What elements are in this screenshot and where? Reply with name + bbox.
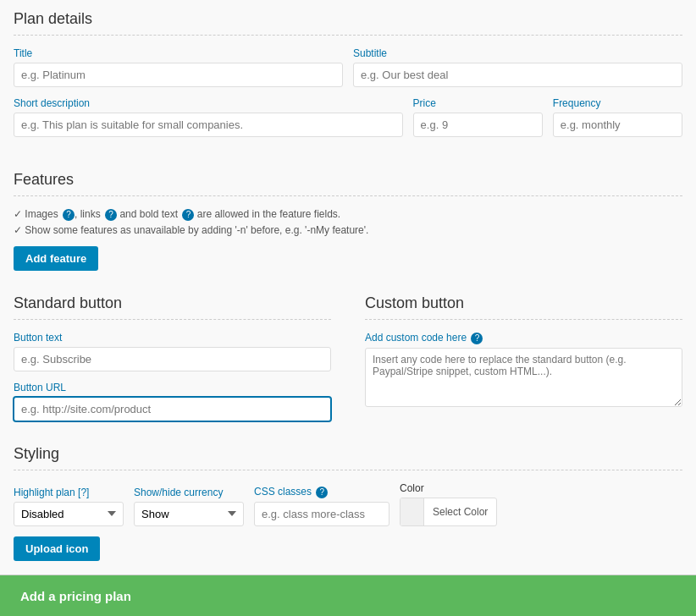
plan-details-section: Plan details Title Subtitle Short descri… — [0, 0, 696, 161]
custom-code-group: Add custom code here ? — [365, 332, 682, 407]
color-group: Color Select Color — [400, 482, 497, 526]
styling-controls-row: Highlight plan [?] Disabled Enabled Show… — [14, 482, 682, 526]
custom-code-textarea[interactable] — [365, 348, 682, 407]
price-label: Price — [413, 97, 543, 109]
css-classes-info-icon[interactable]: ? — [316, 487, 328, 498]
subtitle-label: Subtitle — [353, 47, 682, 59]
custom-code-info-icon[interactable]: ? — [471, 333, 483, 344]
short-desc-label: Short description — [14, 97, 403, 109]
footer-bar: Add a pricing plan — [0, 575, 696, 616]
short-desc-group: Short description — [14, 97, 403, 137]
title-subtitle-row: Title Subtitle — [14, 47, 682, 87]
add-pricing-plan-button[interactable]: Add a pricing plan — [0, 575, 696, 616]
color-picker-wrapper[interactable]: Select Color — [400, 498, 497, 526]
custom-button-col: Custom button Add custom code here ? — [348, 294, 682, 421]
checkmark-1: ✓ — [14, 208, 22, 220]
feature-note-2: ✓ Show some features as unavailable by a… — [14, 224, 682, 236]
frequency-input[interactable] — [553, 113, 682, 137]
button-text-input[interactable] — [14, 347, 331, 371]
features-notes: ✓ Images ?, links ? and bold text ? are … — [14, 208, 682, 236]
color-label: Color — [400, 482, 497, 494]
button-url-input[interactable] — [14, 397, 331, 421]
highlight-label: Highlight plan [?] — [14, 487, 124, 498]
desc-price-row: Short description Price Frequency — [14, 97, 682, 137]
price-input[interactable] — [413, 113, 543, 137]
links-info-icon[interactable]: ? — [105, 209, 117, 221]
standard-button-title: Standard button — [14, 294, 331, 312]
bold-info-icon[interactable]: ? — [182, 209, 194, 221]
css-classes-group: CSS classes ? — [254, 486, 389, 526]
short-desc-input[interactable] — [14, 113, 403, 137]
subtitle-input[interactable] — [353, 63, 682, 87]
subtitle-group: Subtitle — [353, 47, 682, 87]
custom-button-title: Custom button — [365, 294, 682, 312]
standard-button-col: Standard button Button text Button URL — [14, 294, 348, 421]
show-hide-select[interactable]: Show Hide — [134, 502, 244, 526]
color-select-label: Select Color — [424, 498, 496, 525]
title-input[interactable] — [14, 63, 343, 87]
frequency-label: Frequency — [553, 97, 682, 109]
features-section: Features ✓ Images ?, links ? and bold te… — [0, 161, 696, 284]
price-group: Price — [413, 97, 543, 137]
highlight-select[interactable]: Disabled Enabled — [14, 502, 124, 526]
highlight-group: Highlight plan [?] Disabled Enabled — [14, 487, 124, 526]
title-group: Title — [14, 47, 343, 87]
upload-icon-button[interactable]: Upload icon — [14, 536, 100, 561]
button-text-label: Button text — [14, 332, 331, 344]
button-url-group: Button URL — [14, 382, 331, 421]
styling-section: Styling Highlight plan [?] Disabled Enab… — [0, 435, 696, 575]
show-hide-label: Show/hide currency — [134, 487, 244, 498]
styling-title: Styling — [14, 445, 682, 463]
css-classes-input[interactable] — [254, 502, 389, 526]
images-info-icon[interactable]: ? — [63, 209, 75, 221]
button-text-group: Button text — [14, 332, 331, 371]
button-url-label: Button URL — [14, 382, 331, 393]
custom-code-label: Add custom code here ? — [365, 332, 682, 344]
feature-note-1: ✓ Images ?, links ? and bold text ? are … — [14, 208, 682, 221]
color-swatch — [400, 498, 424, 525]
add-feature-button[interactable]: Add feature — [14, 246, 98, 271]
checkmark-2: ✓ — [14, 224, 22, 236]
features-title: Features — [14, 171, 682, 189]
css-classes-label: CSS classes ? — [254, 486, 389, 498]
frequency-group: Frequency — [553, 97, 682, 137]
plan-details-title: Plan details — [14, 10, 682, 28]
show-hide-group: Show/hide currency Show Hide — [134, 487, 244, 526]
button-sections: Standard button Button text Button URL C… — [0, 284, 696, 435]
page-wrapper: Plan details Title Subtitle Short descri… — [0, 0, 696, 616]
title-label: Title — [14, 47, 343, 59]
